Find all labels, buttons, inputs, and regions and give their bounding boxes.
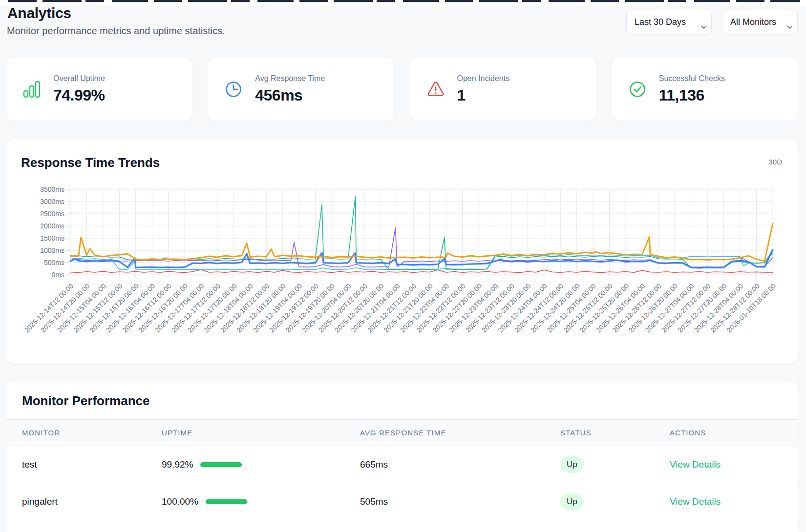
col-status: STATUS <box>560 429 670 437</box>
stat-value: 456ms <box>255 86 325 104</box>
svg-text:0ms: 0ms <box>52 271 64 279</box>
chevron-down-icon <box>701 21 707 32</box>
svg-text:1000ms: 1000ms <box>40 246 64 254</box>
monitors-dropdown-value: All Monitors <box>730 17 776 27</box>
col-actions: ACTIONS <box>670 429 798 437</box>
clock-icon <box>225 81 242 98</box>
view-details-link[interactable]: View Details <box>670 496 721 507</box>
monitors-dropdown[interactable]: All Monitors <box>722 10 798 34</box>
stat-card-avg-response: Avg Response Time 456ms <box>208 58 394 121</box>
status-badge: Up <box>560 456 584 473</box>
stat-label: Open Incidents <box>457 74 510 83</box>
response-time-trends-card: Response Time Trends 30D 3500ms3000ms250… <box>6 139 798 364</box>
uptime-value: 100.00% <box>162 496 198 507</box>
table-row: test 99.92% 665ms Up View Details <box>6 446 798 483</box>
monitor-name: test <box>22 459 162 470</box>
range-dropdown-value: Last 30 Days <box>635 17 686 27</box>
range-dropdown[interactable]: Last 30 Days <box>626 10 712 34</box>
bar-chart-icon <box>23 81 41 98</box>
view-details-link[interactable]: View Details <box>670 459 721 470</box>
status-badge: Up <box>560 493 584 510</box>
table-row: pingalert 100.00% 505ms Up View Details <box>6 483 798 520</box>
stat-value: 1 <box>457 86 510 104</box>
stat-value: 11,136 <box>659 86 725 104</box>
alert-triangle-icon <box>427 81 445 98</box>
svg-text:2000ms: 2000ms <box>40 222 64 230</box>
stat-card-open-incidents: Open Incidents 1 <box>410 58 596 121</box>
page-title: Analytics <box>7 5 71 21</box>
avg-response-value: 505ms <box>360 496 560 507</box>
uptime-bar <box>206 499 247 504</box>
col-uptime: UPTIME <box>162 429 360 437</box>
table-title: Monitor Performance <box>6 381 798 419</box>
stat-label: Overall Uptime <box>53 74 105 83</box>
uptime-value: 99.92% <box>162 459 193 470</box>
stat-card-successful-checks: Successful Checks 11,136 <box>612 58 798 121</box>
chevron-down-icon <box>787 21 793 32</box>
svg-text:3500ms: 3500ms <box>40 185 64 193</box>
uptime-bar <box>200 462 242 467</box>
svg-text:500ms: 500ms <box>44 259 64 266</box>
col-avg-response: AVG RESPONSE TIME <box>360 429 560 437</box>
stat-cards: Overall Uptime 74.99% Avg Response Time … <box>6 58 798 121</box>
clipped-top-bar <box>0 0 806 6</box>
monitor-performance-card: Monitor Performance MONITOR UPTIME AVG R… <box>6 381 798 532</box>
avg-response-value: 665ms <box>360 459 560 470</box>
stat-value: 74.99% <box>53 86 105 104</box>
clipped-header-text <box>8 0 800 2</box>
table-header-row: MONITOR UPTIME AVG RESPONSE TIME STATUS … <box>6 419 798 446</box>
response-time-chart: 3500ms3000ms2500ms2000ms1500ms1000ms500m… <box>6 139 798 364</box>
svg-text:3000ms: 3000ms <box>40 198 64 205</box>
page-subtitle: Monitor performance metrics and uptime s… <box>7 25 225 37</box>
col-monitor: MONITOR <box>22 429 162 437</box>
monitor-name: pingalert <box>22 496 162 507</box>
stat-card-overall-uptime: Overall Uptime 74.99% <box>6 58 192 121</box>
stat-label: Successful Checks <box>659 74 725 83</box>
stat-label: Avg Response Time <box>255 74 325 83</box>
svg-text:2500ms: 2500ms <box>40 210 64 218</box>
svg-text:1500ms: 1500ms <box>40 234 64 242</box>
check-circle-icon <box>629 81 646 98</box>
